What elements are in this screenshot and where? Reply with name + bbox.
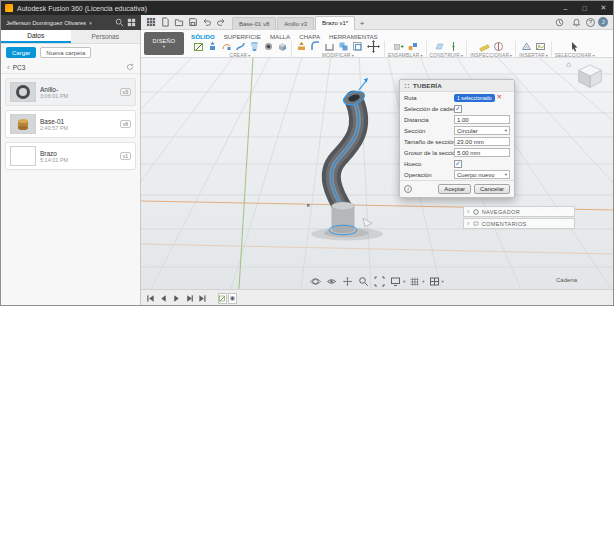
move-copy-icon[interactable]: [365, 41, 381, 52]
go-to-end-button[interactable]: [197, 293, 208, 304]
profile-avatar[interactable]: J: [598, 17, 608, 27]
zoom-icon[interactable]: [357, 275, 370, 287]
doc-tab[interactable]: Anillo v3: [277, 17, 314, 30]
help-icon[interactable]: ?: [586, 18, 595, 27]
decal-icon[interactable]: [535, 41, 547, 52]
new-document-button[interactable]: +: [356, 17, 368, 30]
go-to-start-button[interactable]: [145, 293, 156, 304]
view-cube[interactable]: ⌂: [566, 61, 607, 95]
upload-button[interactable]: Cargar: [6, 47, 36, 58]
section-type-select[interactable]: Circular ▾: [454, 126, 510, 135]
list-item[interactable]: Base-01 2:40:57 PM v8: [5, 110, 136, 138]
selection-badge[interactable]: 1 seleccionado: [454, 94, 495, 102]
step-forward-button[interactable]: [184, 293, 195, 304]
comments-panel-collapsed[interactable]: › COMENTARIOS: [463, 218, 575, 229]
tab-chapa[interactable]: CHAPA: [299, 33, 320, 40]
pipe-body: [331, 100, 358, 210]
tab-solido[interactable]: SÓLIDO: [191, 33, 215, 40]
tab-personas[interactable]: Personas: [71, 30, 141, 43]
construction-axis-icon[interactable]: [447, 41, 459, 52]
sketch-feature-marker[interactable]: [218, 293, 227, 304]
offset-face-icon[interactable]: [351, 41, 363, 52]
search-icon[interactable]: [115, 18, 124, 28]
ok-button[interactable]: Aceptar: [438, 184, 471, 194]
measure-icon[interactable]: [478, 41, 490, 52]
extrude-icon[interactable]: [206, 41, 218, 52]
distance-input[interactable]: [454, 115, 510, 124]
chain-selection-checkbox[interactable]: ✓: [454, 105, 462, 113]
undo-icon[interactable]: [200, 16, 214, 29]
loft-icon[interactable]: [248, 41, 260, 52]
shell-icon[interactable]: [323, 41, 335, 52]
list-item[interactable]: Anillo- 3:06:01 PM v3: [5, 78, 136, 106]
combine-icon[interactable]: [337, 41, 349, 52]
job-status-icon[interactable]: [552, 16, 566, 29]
maximize-button[interactable]: □: [575, 1, 594, 15]
grid-view-icon[interactable]: [127, 18, 136, 28]
account-menu[interactable]: Jefferson Dominguez Olivares: [6, 20, 86, 26]
group-construir: CONSTRUIR▾: [427, 41, 468, 58]
tab-datos[interactable]: Datos: [1, 30, 71, 43]
pan-icon[interactable]: [341, 275, 354, 287]
doc-tab-active[interactable]: Brazo v1*: [315, 16, 355, 30]
notifications-icon[interactable]: [569, 16, 583, 29]
section-thickness-input[interactable]: [454, 148, 510, 157]
fillet-icon[interactable]: [309, 41, 321, 52]
file-menu-icon[interactable]: [158, 16, 172, 29]
fit-icon[interactable]: [373, 275, 386, 287]
navigator-panel-collapsed[interactable]: › NAVEGADOR: [463, 206, 575, 217]
section-size-input[interactable]: [454, 137, 510, 146]
select-cursor-icon[interactable]: [569, 41, 581, 52]
hole-icon[interactable]: [262, 41, 274, 52]
pipe-feature-marker[interactable]: [228, 293, 237, 304]
grid-settings-icon[interactable]: [408, 275, 421, 287]
play-button[interactable]: [171, 293, 182, 304]
doc-tab[interactable]: Base-01 v8: [232, 17, 276, 30]
application-bar: Base-01 v8 Anillo v3 Brazo v1* + ? J: [141, 15, 613, 30]
operation-select[interactable]: Cuerpo nuevo ▾: [454, 170, 510, 179]
look-at-icon[interactable]: [325, 275, 338, 287]
redo-icon[interactable]: [214, 16, 228, 29]
tab-superficie[interactable]: SUPERFICIE: [224, 33, 261, 40]
version-badge[interactable]: v8: [120, 120, 131, 128]
create-sketch-icon[interactable]: [192, 41, 204, 52]
document-tabs: Base-01 v8 Anillo v3 Brazo v1* +: [232, 15, 368, 30]
close-button[interactable]: ✕: [594, 1, 613, 15]
viewports-icon[interactable]: [428, 275, 441, 287]
dialog-header[interactable]: TUBERÍA: [400, 80, 514, 92]
data-panel-toggle-icon[interactable]: [144, 16, 158, 29]
press-pull-icon[interactable]: [295, 41, 307, 52]
version-badge[interactable]: v1: [120, 152, 131, 160]
joint-icon[interactable]: [406, 41, 418, 52]
save-icon[interactable]: [186, 16, 200, 29]
field-label: Grosor de la sección: [404, 150, 454, 156]
home-icon[interactable]: ⌂: [566, 61, 571, 69]
workspace-selector[interactable]: DISEÑO ▾: [144, 32, 184, 55]
info-icon[interactable]: i: [404, 185, 412, 193]
orbit-icon[interactable]: [309, 275, 322, 287]
step-back-button[interactable]: [158, 293, 169, 304]
refresh-icon[interactable]: [126, 63, 134, 72]
tab-malla[interactable]: MALLA: [270, 33, 290, 40]
display-settings-icon[interactable]: [389, 275, 402, 287]
primitive-box-icon[interactable]: [276, 41, 288, 52]
open-icon[interactable]: [172, 16, 186, 29]
selected-option: Cuerpo nuevo: [457, 172, 495, 178]
insert-mesh-icon[interactable]: [521, 41, 533, 52]
new-folder-button[interactable]: Nueva carpeta: [40, 47, 91, 58]
list-item[interactable]: Brazo 5:14:01 PM v1: [5, 142, 136, 170]
clear-selection-icon[interactable]: ✕: [497, 94, 502, 101]
minimize-button[interactable]: –: [556, 1, 575, 15]
project-breadcrumb[interactable]: ‹ PC3: [1, 61, 140, 74]
3d-viewport[interactable]: ⌂ TUBERÍA Ruta 1 seleccionado ✕ Sel: [141, 58, 613, 289]
sweep-icon[interactable]: [234, 41, 246, 52]
construction-plane-icon[interactable]: [433, 41, 445, 52]
cancel-button[interactable]: Cancelar: [474, 184, 510, 194]
group-crear: CREAR▾: [189, 41, 292, 58]
version-badge[interactable]: v3: [120, 88, 131, 96]
section-analysis-icon[interactable]: [492, 41, 504, 52]
ribbon-toolbar: DISEÑO ▾ SÓLIDO SUPERFICIE MALLA CHAPA H…: [141, 30, 613, 58]
hollow-checkbox[interactable]: ✓: [454, 160, 462, 168]
revolve-icon[interactable]: [220, 41, 232, 52]
new-component-icon[interactable]: [392, 41, 404, 52]
